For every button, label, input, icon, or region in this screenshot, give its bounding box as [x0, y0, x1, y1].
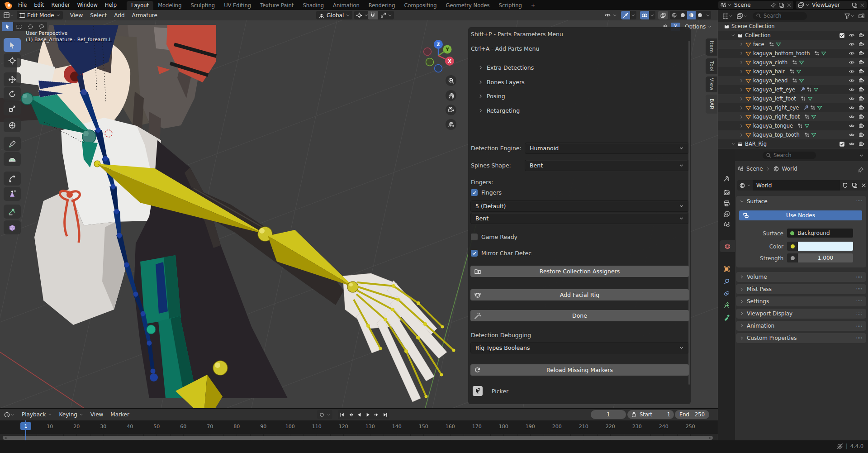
workspace-tab-texture-paint[interactable]: Texture Paint	[256, 1, 298, 10]
properties-tab-object[interactable]	[718, 263, 735, 275]
hide-eye-icon[interactable]	[849, 68, 855, 75]
workspace-tab-compositing[interactable]: Compositing	[399, 1, 441, 10]
navigation-gizmo[interactable]: Z Y X	[420, 38, 456, 74]
outliner-row[interactable]: kaguya_hair	[718, 67, 868, 76]
outliner-row[interactable]: kaguya_tongue	[718, 121, 868, 130]
strength-field[interactable]: 1.000	[787, 253, 853, 262]
expand-arrow-icon[interactable]	[738, 69, 745, 74]
hide-eye-icon[interactable]	[849, 59, 855, 66]
outliner-row[interactable]: Scene Collection	[718, 22, 868, 31]
selectable-checkbox[interactable]	[839, 141, 845, 147]
play-reverse-button[interactable]	[355, 410, 364, 419]
play-button[interactable]	[364, 410, 372, 419]
render-visibility-icon[interactable]	[859, 32, 865, 38]
color-field[interactable]	[787, 242, 853, 251]
outliner-display-mode-icon[interactable]	[722, 13, 729, 19]
hide-eye-icon[interactable]	[849, 95, 855, 102]
color-swatch[interactable]	[798, 242, 853, 251]
properties-tab-render[interactable]	[718, 186, 735, 198]
side-tab-item[interactable]: Item	[706, 38, 717, 56]
workspace-tab-modeling[interactable]: Modeling	[153, 1, 186, 10]
workspace-tab-uv-editing[interactable]: UV Editing	[219, 1, 256, 10]
timeline-editor-icon[interactable]	[4, 411, 10, 418]
menu-tl-view[interactable]: View	[87, 411, 107, 418]
breadcrumb-world[interactable]: World	[782, 166, 797, 172]
section-settings[interactable]: Settings∷∷	[736, 296, 866, 306]
hide-eye-icon[interactable]	[849, 41, 855, 48]
section-retargeting[interactable]: Retargeting	[478, 107, 520, 114]
remove-viewlayer-icon[interactable]	[860, 3, 865, 8]
xray-toggle[interactable]	[658, 11, 668, 19]
workspace-tab-layout[interactable]: Layout	[127, 1, 153, 10]
properties-tab-constraints[interactable]	[718, 287, 735, 299]
render-visibility-icon[interactable]	[859, 59, 865, 66]
hide-eye-icon[interactable]	[849, 77, 855, 84]
workspace-tab-geometry-nodes[interactable]: Geometry Nodes	[441, 1, 494, 10]
new-collection-icon[interactable]	[858, 13, 865, 19]
debug-dropdown[interactable]: Rig Types Booleans	[470, 342, 689, 353]
current-frame-field[interactable]: 1	[591, 410, 626, 419]
outliner-row[interactable]: kaguya_right_eye	[718, 103, 868, 112]
hide-eye-icon[interactable]	[849, 141, 855, 147]
tool-rotate[interactable]	[4, 87, 21, 101]
tool-cursor[interactable]	[4, 53, 21, 67]
select-circle-mode-button[interactable]	[24, 22, 36, 31]
expand-arrow-icon[interactable]	[738, 133, 745, 137]
game-ready-checkbox[interactable]: Game Ready	[471, 234, 517, 240]
fingers-count-dropdown[interactable]: 5 (Default)	[470, 200, 689, 212]
tool-envelope[interactable]	[4, 220, 21, 234]
outliner-row[interactable]: kaguya_left_foot	[718, 94, 868, 103]
tool-extrude[interactable]	[4, 187, 21, 201]
outliner-row[interactable]: Collection	[718, 31, 868, 40]
menu-keying[interactable]: Keying	[56, 411, 87, 418]
expand-arrow-icon[interactable]	[738, 60, 745, 65]
section-volume[interactable]: Volume∷∷	[736, 272, 866, 282]
tool-select-box[interactable]	[4, 38, 21, 52]
next-keyframe-button[interactable]	[372, 410, 381, 419]
restore-collection-button[interactable]: Restore Collection Assigners	[470, 266, 689, 277]
properties-tab-scene[interactable]	[718, 219, 735, 230]
properties-tab-output[interactable]	[718, 197, 735, 209]
fingers-shape-dropdown[interactable]: Bent	[470, 213, 689, 224]
workspace-tab-rendering[interactable]: Rendering	[364, 1, 400, 10]
render-visibility-icon[interactable]	[859, 141, 865, 147]
tool-measure[interactable]	[4, 152, 21, 166]
mode-dropdown[interactable]: Edit Mode	[17, 11, 63, 19]
auto-key-button[interactable]	[317, 410, 332, 419]
tweak-tool-button[interactable]	[2, 22, 13, 31]
workspace-tab-shading[interactable]: Shading	[298, 1, 328, 10]
fingers-checkbox[interactable]: Fingers	[471, 189, 502, 196]
timeline-scrollbar[interactable]	[3, 436, 713, 440]
snap-toggle[interactable]	[368, 11, 378, 19]
panel-scrollbar[interactable]	[688, 41, 690, 385]
filter-icon[interactable]	[844, 13, 850, 19]
transform-orientation-dropdown[interactable]: Global	[316, 11, 352, 19]
pin-icon[interactable]	[770, 2, 776, 8]
render-visibility-icon[interactable]	[859, 95, 865, 102]
workspace-tab-animation[interactable]: Animation	[328, 1, 364, 10]
menu-edit[interactable]: Edit	[30, 0, 47, 10]
menu-marker[interactable]: Marker	[107, 411, 133, 418]
hide-eye-icon[interactable]	[849, 123, 855, 129]
render-visibility-icon[interactable]	[859, 114, 865, 120]
mirror-char-checkbox[interactable]: Mirror Char Detec	[471, 250, 531, 257]
expand-arrow-icon[interactable]	[738, 105, 745, 110]
menu-view[interactable]: View	[66, 12, 86, 19]
expand-arrow-icon[interactable]	[738, 96, 745, 101]
workspace-add-button[interactable]: +	[526, 1, 540, 10]
render-visibility-icon[interactable]	[859, 86, 865, 93]
render-visibility-icon[interactable]	[859, 68, 865, 75]
gizmo-dropdown[interactable]	[630, 11, 636, 19]
blender-logo[interactable]	[4, 0, 13, 10]
menu-file[interactable]: File	[14, 0, 30, 10]
outliner-row[interactable]: BAR_Rig	[718, 139, 868, 148]
camera-view-button[interactable]	[446, 105, 456, 115]
hide-eye-icon[interactable]	[849, 32, 855, 38]
section-mist-pass[interactable]: Mist Pass∷∷	[736, 284, 866, 294]
spines-shape-dropdown[interactable]: Bent	[525, 160, 689, 171]
select-box-mode-button[interactable]	[13, 22, 24, 31]
select-lasso-mode-button[interactable]	[36, 22, 47, 31]
jump-to-end-button[interactable]	[381, 410, 389, 419]
expand-arrow-icon[interactable]	[730, 142, 736, 146]
outliner-row[interactable]: kaguya_head	[718, 76, 868, 85]
